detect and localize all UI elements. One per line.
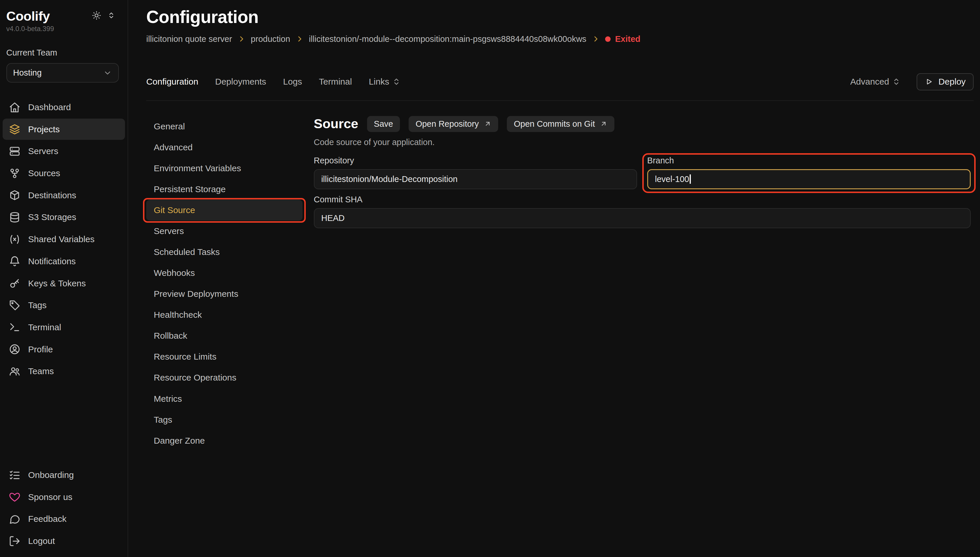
tab-configuration[interactable]: Configuration — [146, 77, 198, 86]
chevron-right-icon — [238, 35, 245, 43]
sidebar-item-projects[interactable]: Projects — [3, 119, 125, 140]
tab-logs[interactable]: Logs — [283, 77, 302, 86]
sidebar-item-notifications[interactable]: Notifications — [3, 251, 125, 272]
commit-sha-field: Commit SHA — [314, 195, 971, 228]
terminal-icon — [9, 321, 21, 333]
chat-icon — [9, 513, 21, 525]
subnav-item-environment-variables[interactable]: Environment Variables — [146, 158, 302, 179]
chevron-right-icon — [296, 35, 304, 43]
sidebar-item-shared-variables[interactable]: Shared Variables — [3, 229, 125, 250]
chevrons-up-down-icon — [392, 78, 400, 86]
arrow-up-right-icon — [600, 120, 608, 128]
subnav-item-resource-operations[interactable]: Resource Operations — [146, 367, 302, 388]
app-root: Coolify v4.0.0-beta.399 Current Team Hos… — [0, 0, 980, 557]
tab-links[interactable]: Links — [369, 77, 400, 86]
subnav-item-rollback[interactable]: Rollback — [146, 325, 302, 346]
subnav-item-persistent-storage[interactable]: Persistent Storage — [146, 179, 302, 200]
sidebar-item-sponsor[interactable]: Sponsor us — [3, 486, 125, 508]
breadcrumb-environment[interactable]: production — [251, 34, 290, 44]
team-select[interactable]: Hosting — [7, 63, 119, 83]
sidebar-item-dashboard[interactable]: Dashboard — [3, 97, 125, 118]
section-description: Code source of your application. — [314, 137, 971, 147]
arrow-up-right-icon — [484, 120, 491, 128]
sidebar-item-profile[interactable]: Profile — [3, 339, 125, 360]
sidebar-footer: Onboarding Sponsor us Feedback Logout — [0, 464, 128, 552]
subnav-item-general[interactable]: General — [146, 116, 302, 137]
key-icon — [9, 277, 21, 289]
sidebar-item-keys-tokens[interactable]: Keys & Tokens — [3, 273, 125, 294]
page-title: Configuration — [146, 8, 973, 26]
repository-input[interactable] — [314, 169, 637, 189]
tab-terminal[interactable]: Terminal — [319, 77, 352, 86]
users-icon — [9, 365, 21, 377]
sidebar-item-onboarding[interactable]: Onboarding — [3, 464, 125, 485]
branch-field: Branch level-100 — [647, 156, 971, 189]
chevron-right-icon — [592, 35, 600, 43]
status-dot-icon — [605, 36, 611, 42]
app-version: v4.0.0-beta.399 — [0, 25, 128, 33]
sidebar-item-terminal[interactable]: Terminal — [3, 317, 125, 338]
sidebar-item-servers[interactable]: Servers — [3, 141, 125, 162]
tag-icon — [9, 300, 21, 311]
subnav-item-healthcheck[interactable]: Healthcheck — [146, 305, 302, 325]
breadcrumb-project[interactable]: illicitonion quote server — [146, 34, 232, 44]
main-content: Configuration illicitonion quote server … — [128, 0, 980, 557]
layers-icon — [9, 123, 21, 135]
open-commits-button[interactable]: Open Commits on Git — [507, 116, 614, 132]
team-select-value: Hosting — [13, 68, 42, 78]
branch-input[interactable]: level-100 — [647, 169, 971, 189]
sidebar-item-s3-storages[interactable]: S3 Storages — [3, 207, 125, 228]
sun-icon[interactable] — [92, 11, 101, 20]
database-icon — [9, 211, 21, 223]
commit-sha-input[interactable] — [314, 208, 971, 228]
status-label: Exited — [615, 34, 640, 44]
chevron-down-icon — [103, 68, 112, 77]
sidebar: Coolify v4.0.0-beta.399 Current Team Hos… — [0, 0, 128, 557]
sidebar-item-teams[interactable]: Teams — [3, 361, 125, 382]
bell-icon — [9, 255, 21, 267]
brand-logo: Coolify — [7, 9, 50, 24]
home-icon — [9, 101, 21, 113]
logout-icon — [9, 535, 21, 547]
status-badge: Exited — [605, 34, 640, 44]
subnav-item-scheduled-tasks[interactable]: Scheduled Tasks — [146, 241, 302, 262]
subnav-item-metrics[interactable]: Metrics — [146, 388, 302, 409]
sidebar-item-sources[interactable]: Sources — [3, 163, 125, 184]
container-icon — [9, 189, 21, 201]
server-icon — [9, 145, 21, 157]
open-repository-button[interactable]: Open Repository — [409, 116, 498, 132]
subnav-item-servers[interactable]: Servers — [146, 221, 302, 241]
play-icon — [925, 77, 933, 86]
sidebar-item-feedback[interactable]: Feedback — [3, 508, 125, 530]
commit-sha-label: Commit SHA — [314, 195, 971, 204]
branch-label: Branch — [647, 156, 971, 165]
sidebar-item-logout[interactable]: Logout — [3, 531, 125, 552]
repository-label: Repository — [314, 156, 637, 165]
deploy-button[interactable]: Deploy — [917, 73, 974, 91]
subnav-item-danger-zone[interactable]: Danger Zone — [146, 430, 302, 451]
tab-bar: Configuration Deployments Logs Terminal … — [146, 73, 973, 101]
save-button[interactable]: Save — [367, 116, 400, 132]
sidebar-item-destinations[interactable]: Destinations — [3, 185, 125, 206]
subnav-item-preview-deployments[interactable]: Preview Deployments — [146, 283, 302, 305]
tab-deployments[interactable]: Deployments — [215, 77, 266, 86]
heart-icon — [9, 491, 21, 503]
breadcrumb-application[interactable]: illicitestonion/-module--decomposition:m… — [309, 34, 587, 44]
subnav-item-webhooks[interactable]: Webhooks — [146, 262, 302, 283]
current-team-label: Current Team — [0, 48, 128, 57]
chevrons-up-down-icon — [892, 78, 900, 86]
subnav-item-advanced[interactable]: Advanced — [146, 137, 302, 158]
sidebar-nav: Dashboard Projects Servers Sources Desti… — [0, 96, 128, 382]
subnav-item-resource-limits[interactable]: Resource Limits — [146, 346, 302, 367]
text-cursor — [690, 174, 691, 184]
subnav-item-tags[interactable]: Tags — [146, 409, 302, 430]
variables-icon — [9, 233, 21, 245]
git-fork-icon — [9, 168, 21, 179]
git-source-panel: Source Save Open Repository Open Commits… — [314, 116, 974, 451]
sidebar-item-tags[interactable]: Tags — [3, 295, 125, 316]
breadcrumb: illicitonion quote server production ill… — [146, 34, 973, 44]
advanced-menu[interactable]: Advanced — [850, 77, 900, 86]
chevrons-up-down-icon[interactable] — [107, 11, 115, 19]
settings-subnav: General Advanced Environment Variables P… — [146, 116, 302, 451]
subnav-item-git-source[interactable]: Git Source — [146, 200, 302, 221]
